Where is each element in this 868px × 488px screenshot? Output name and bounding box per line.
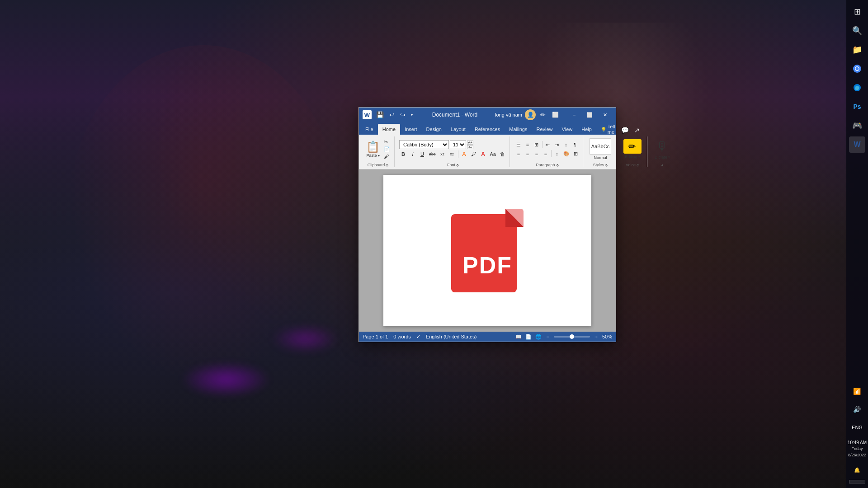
customize-quick-access-btn[interactable]: ▾ [409,112,415,118]
toggle-ribbon-btn[interactable]: ⬜ [550,111,561,119]
web-layout-icon[interactable]: 🌐 [535,334,542,340]
start-button[interactable]: ⊞ [849,4,865,20]
print-layout-icon[interactable]: 📄 [525,334,532,340]
subscript-button[interactable]: x2 [439,150,447,158]
search-button[interactable]: 🔍 [849,23,865,39]
styles-preview: AaBbCc [590,138,611,155]
bold-button[interactable]: B [399,150,407,158]
font-size-selector[interactable]: 11 [450,140,466,149]
read-mode-icon[interactable]: 📖 [515,334,522,340]
edge-icon[interactable] [849,80,865,96]
show-desktop-button[interactable] [849,480,865,483]
tab-help[interactable]: Help [577,124,596,135]
zoom-in-button[interactable]: ＋ [594,333,599,340]
language-indicator[interactable]: ENG [849,419,865,436]
collapse-ribbon-btn[interactable]: ▲ [652,163,673,167]
increase-font-size-button[interactable]: A+ [467,141,473,145]
zoom-percent[interactable]: 50% [602,334,612,339]
increase-indent-button[interactable]: ⇥ [553,141,561,149]
superscript-button[interactable]: x2 [448,150,456,158]
justify-button[interactable]: ≡ [542,150,550,158]
volume-icon[interactable]: 🔊 [849,401,865,418]
maximize-button[interactable]: ⬜ [582,110,597,119]
redo-quick-btn[interactable]: ↪ [398,110,407,119]
tab-design[interactable]: Design [422,124,446,135]
editing-button[interactable]: ✏ Editing ▾ [621,138,644,160]
decrease-indent-button[interactable]: ⇤ [544,141,552,149]
change-case-button[interactable]: Aa [489,150,497,158]
styles-label: Styles ⬘ [588,163,613,167]
cut-button[interactable]: ✂ [382,139,392,145]
notification-button[interactable]: 🔔 [849,462,865,478]
decrease-font-size-button[interactable]: A- [467,145,473,149]
word-window: W 💾 ↩ ↪ ▾ Document1 - Word long vũ nam 👤… [359,107,616,342]
numbering-button[interactable]: ≡ [524,141,532,149]
page-count[interactable]: Page 1 of 1 [363,334,388,339]
paragraph-group: ☰ ≡ ⊞ ⇤ ⇥ ↕ ¶ ≡ ≡ ≡ [512,136,583,167]
save-quick-btn[interactable]: 💾 [374,110,386,119]
tab-review[interactable]: Review [532,124,557,135]
close-button[interactable]: ✕ [598,110,612,119]
font-color-button[interactable]: A [479,150,487,158]
align-left-button[interactable]: ≡ [514,150,523,158]
paste-icon: 📋 [366,141,380,153]
edit-mode-btn[interactable]: ✏ [538,110,547,119]
highlight-button[interactable]: 🖍 [470,150,478,158]
dictate-button[interactable]: 🎙 Dictate ▾ [652,138,673,160]
multilevel-list-button[interactable]: ⊞ [533,141,541,149]
language-status[interactable]: English (United States) [426,334,477,339]
comments-icon[interactable]: 💬 [619,126,631,135]
format-painter-button[interactable]: 🖌 [382,153,392,160]
styles-label: Normal [594,155,607,160]
italic-button[interactable]: I [409,150,417,158]
share-icon[interactable]: ↗ [632,126,642,135]
align-center-button[interactable]: ≡ [524,150,532,158]
clock[interactable]: 10:49 AM Friday 8/26/2022 [847,437,868,460]
strikethrough-button[interactable]: abc [428,150,437,158]
line-spacing-button[interactable]: ↕ [553,150,561,158]
font-expand-icon[interactable]: ⬘ [456,163,459,167]
tab-mailings[interactable]: Mailings [505,124,532,135]
font-name-selector[interactable]: Calibri (Body) [399,140,449,149]
minimize-button[interactable]: － [567,110,581,119]
bullets-button[interactable]: ☰ [514,141,523,149]
clear-formatting-button[interactable]: 🗑 [499,150,507,158]
styles-expand-icon[interactable]: ⬘ [605,163,608,167]
paragraph-expand-icon[interactable]: ⬘ [556,163,559,167]
wifi-icon[interactable]: 📶 [849,383,865,399]
underline-button[interactable]: U [418,150,426,158]
user-avatar[interactable]: 👤 [525,109,536,120]
word-count[interactable]: 0 words [393,334,411,339]
tab-file[interactable]: File [361,124,378,135]
game-icon[interactable]: 🎮 [849,117,865,134]
voice-expand-icon[interactable]: ⬘ [637,163,639,167]
word-taskbar-icon[interactable]: W [849,136,865,153]
paste-button[interactable]: 📋 Paste ▾ [364,140,382,159]
statusbar-right: 📖 📄 🌐 － ＋ 50% [515,333,612,340]
editing-dropdown-icon: ▾ [638,155,640,159]
taskbar-sidebar: ⊞ 🔍 📁 Ps 🎮 W 📶 🔊 ENG 1 [846,0,868,488]
show-formatting-button[interactable]: ¶ [571,141,579,149]
styles-button[interactable]: AaBbCc Normal [588,136,613,162]
zoom-slider[interactable] [554,336,590,338]
zoom-out-button[interactable]: － [545,333,550,340]
shading-button[interactable]: 🎨 [562,150,571,158]
document-area[interactable]: PDF [359,169,616,332]
tab-layout[interactable]: Layout [446,124,470,135]
photoshop-icon[interactable]: Ps [849,99,865,115]
tab-tell-me[interactable]: 💡 Tell me [596,124,620,135]
text-effects-button[interactable]: A [460,150,468,158]
copy-button[interactable]: 📄 [382,146,392,153]
tab-insert[interactable]: Insert [400,124,422,135]
tab-home[interactable]: Home [378,124,400,135]
tab-references[interactable]: References [470,124,505,135]
chrome-icon[interactable] [849,61,865,77]
document-page: PDF [383,175,591,326]
tab-view[interactable]: View [557,124,577,135]
borders-button[interactable]: ⊞ [572,150,580,158]
sort-button[interactable]: ↕ [562,141,570,149]
align-right-button[interactable]: ≡ [533,150,541,158]
undo-quick-btn[interactable]: ↩ [387,110,396,119]
file-explorer-icon[interactable]: 📁 [849,42,865,58]
clipboard-expand-icon[interactable]: ⬘ [386,163,388,167]
